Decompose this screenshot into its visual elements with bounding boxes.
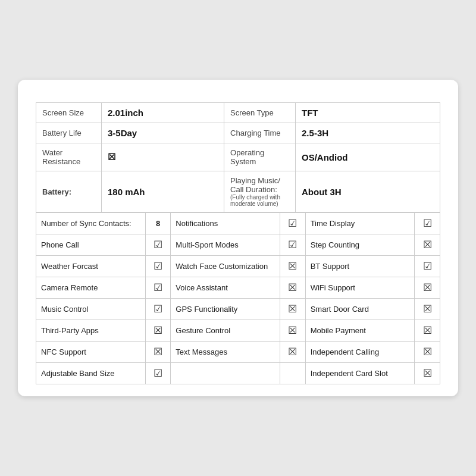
spec-right-value-3: About 3H	[296, 171, 440, 212]
feat-col1-label-2: Camera Remote	[36, 277, 146, 299]
spec-left-value-1: 3-5Day	[102, 123, 224, 143]
spec-right-label-3: Playing Music/ Call Duration:(Fully char…	[224, 171, 296, 212]
feat-col1-label-3: Music Control	[36, 299, 146, 320]
feat-col3-check-2: ☒	[415, 277, 440, 299]
feat-col2-label-5: Text Messages	[171, 342, 280, 363]
feat-col3-label-2: WiFi Support	[305, 277, 415, 299]
spec-left-label-0: Screen Size	[36, 103, 102, 123]
spec-right-value-2: OS/Andiod	[296, 143, 440, 171]
spec-right-label-1: Charging Time	[224, 123, 296, 143]
feat-col3-check-4: ☒	[415, 320, 440, 342]
feat-col2-check-5: ☒	[280, 342, 306, 363]
time-display-label: Time Display	[305, 213, 415, 234]
feat-col3-check-3: ☒	[415, 299, 440, 320]
feat-col2-check-2: ☒	[280, 277, 306, 299]
feat-col1-label-5: NFC Support	[36, 342, 146, 363]
feat-col1-check-4: ☒	[145, 320, 171, 342]
feat-col3-check-1: ☑	[415, 256, 440, 277]
spec-right-value-0: TFT	[296, 103, 440, 123]
feat-col2-check-4: ☒	[280, 320, 306, 342]
feat-col1-label-1: Weather Forcast	[36, 256, 146, 277]
time-display-check: ☑	[415, 213, 440, 234]
feat-col1-check-0: ☑	[145, 234, 171, 256]
spec-left-value-0: 2.01inch	[102, 103, 224, 123]
feat-col3-label-5: Independent Calling	[305, 342, 415, 363]
feat-col3-check-0: ☒	[415, 234, 440, 256]
spec-left-value-3: 180 mAh	[102, 171, 224, 212]
spec-left-value-2: ☒	[102, 143, 224, 171]
feat-col1-check-5: ☒	[145, 342, 171, 363]
feat-col2-check-3: ☒	[280, 299, 306, 320]
feat-col1-check-2: ☑	[145, 277, 171, 299]
feat-col2-check-6	[280, 363, 306, 384]
main-card: Screen Size2.01inchScreen TypeTFTBattery…	[18, 80, 458, 396]
feat-col3-check-6: ☒	[415, 363, 440, 384]
feat-col1-check-1: ☑	[145, 256, 171, 277]
feat-col2-label-4: Gesture Control	[171, 320, 280, 342]
sync-contacts-value: 8	[145, 213, 171, 234]
feat-col2-label-1: Watch Face Customization	[171, 256, 280, 277]
feat-col1-check-6: ☑	[145, 363, 171, 384]
spec-right-value-1: 2.5-3H	[296, 123, 440, 143]
feat-col3-label-4: Mobile Payment	[305, 320, 415, 342]
feat-col1-label-4: Third-Party Apps	[36, 320, 146, 342]
spec-right-label-0: Screen Type	[224, 103, 296, 123]
feat-col2-label-3: GPS Functionality	[171, 299, 280, 320]
feat-col2-label-6	[171, 363, 280, 384]
feat-col1-label-6: Adjustable Band Size	[36, 363, 146, 384]
notifications-check: ☑	[280, 213, 306, 234]
feat-col3-check-5: ☒	[415, 342, 440, 363]
feat-col3-label-0: Step Counting	[305, 234, 415, 256]
feat-col3-label-1: BT Support	[305, 256, 415, 277]
spec-left-label-2: Water Resistance	[36, 143, 102, 171]
feat-col2-label-2: Voice Assistant	[171, 277, 280, 299]
feat-col1-check-3: ☑	[145, 299, 171, 320]
specs-table: Screen Size2.01inchScreen TypeTFTBattery…	[36, 102, 440, 212]
feat-col2-check-1: ☒	[280, 256, 306, 277]
spec-left-label-1: Battery Life	[36, 123, 102, 143]
feat-col1-label-0: Phone Call	[36, 234, 146, 256]
notifications-label: Notifications	[171, 213, 280, 234]
spec-left-label-3: Battery:	[36, 171, 102, 212]
feat-col3-label-3: Smart Door Card	[305, 299, 415, 320]
feat-col3-label-6: Independent Card Slot	[305, 363, 415, 384]
features-table: Number of Sync Contacts:8Notifications☑T…	[36, 212, 440, 384]
feat-col2-label-0: Multi-Sport Modes	[171, 234, 280, 256]
spec-right-label-2: Operating System	[224, 143, 296, 171]
sync-contacts-label: Number of Sync Contacts:	[36, 213, 146, 234]
feat-col2-check-0: ☑	[280, 234, 306, 256]
